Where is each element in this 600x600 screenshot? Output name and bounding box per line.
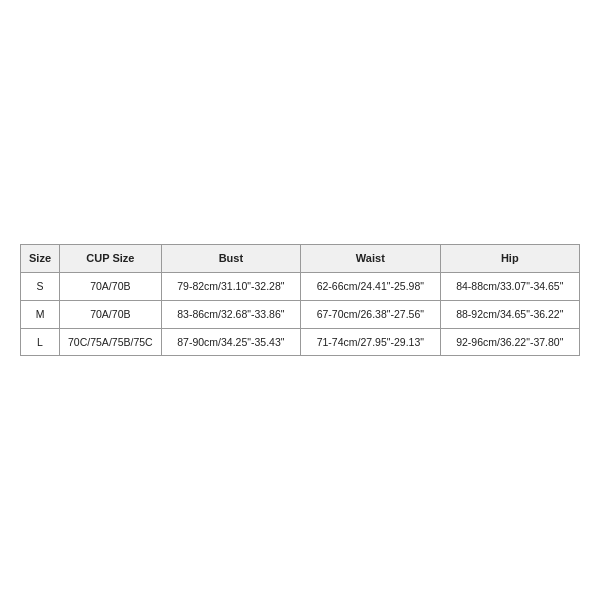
table-row: S 70A/70B 79-82cm/31.10"-32.28" 62-66cm/… bbox=[21, 273, 580, 301]
row-l-size: L bbox=[21, 328, 60, 356]
header-hip: Hip bbox=[440, 244, 579, 272]
table-row: M 70A/70B 83-86cm/32.68"-33.86" 67-70cm/… bbox=[21, 300, 580, 328]
row-l-bust: 87-90cm/34.25"-35.43" bbox=[161, 328, 300, 356]
header-bust: Bust bbox=[161, 244, 300, 272]
header-size: Size bbox=[21, 244, 60, 272]
row-s-size: S bbox=[21, 273, 60, 301]
table-row: L 70C/75A/75B/75C 87-90cm/34.25"-35.43" … bbox=[21, 328, 580, 356]
row-m-waist: 67-70cm/26.38"-27.56" bbox=[301, 300, 440, 328]
row-s-cup: 70A/70B bbox=[60, 273, 162, 301]
size-chart-container: Size CUP Size Bust Waist Hip S 70A/70B 7… bbox=[20, 244, 580, 356]
row-s-hip: 84-88cm/33.07"-34.65" bbox=[440, 273, 579, 301]
size-chart-table: Size CUP Size Bust Waist Hip S 70A/70B 7… bbox=[20, 244, 580, 356]
header-waist: Waist bbox=[301, 244, 440, 272]
row-m-cup: 70A/70B bbox=[60, 300, 162, 328]
row-s-waist: 62-66cm/24.41"-25.98" bbox=[301, 273, 440, 301]
table-header-row: Size CUP Size Bust Waist Hip bbox=[21, 244, 580, 272]
row-s-bust: 79-82cm/31.10"-32.28" bbox=[161, 273, 300, 301]
row-m-hip: 88-92cm/34.65"-36.22" bbox=[440, 300, 579, 328]
row-m-size: M bbox=[21, 300, 60, 328]
row-l-cup: 70C/75A/75B/75C bbox=[60, 328, 162, 356]
header-cup: CUP Size bbox=[60, 244, 162, 272]
row-m-bust: 83-86cm/32.68"-33.86" bbox=[161, 300, 300, 328]
row-l-hip: 92-96cm/36.22"-37.80" bbox=[440, 328, 579, 356]
row-l-waist: 71-74cm/27.95"-29.13" bbox=[301, 328, 440, 356]
